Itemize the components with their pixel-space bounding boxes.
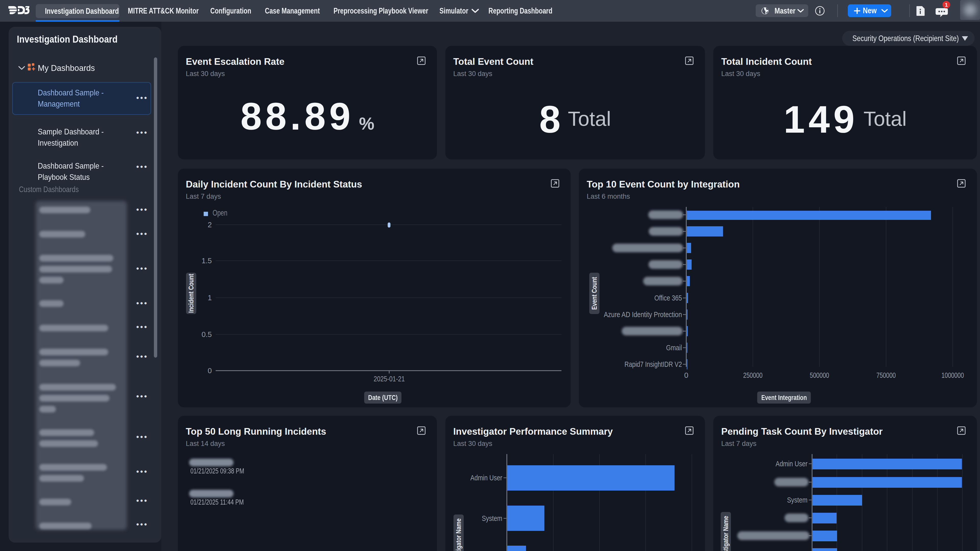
- svg-text:1000000: 1000000: [942, 371, 964, 380]
- svg-text:Azure AD Identity Protection: Azure AD Identity Protection: [604, 310, 682, 319]
- svg-text:System: System: [482, 514, 502, 522]
- svg-text:500000: 500000: [810, 371, 829, 380]
- svg-text:Admin User: Admin User: [776, 459, 808, 468]
- svg-text:2025-01-21: 2025-01-21: [374, 375, 405, 383]
- svg-text:System: System: [787, 495, 808, 504]
- svg-text:0: 0: [208, 367, 212, 375]
- svg-text:Open: Open: [213, 208, 228, 218]
- svg-text:Admin User: Admin User: [470, 473, 502, 482]
- svg-text:Office 365: Office 365: [654, 294, 682, 302]
- svg-text:1.5: 1.5: [202, 257, 212, 265]
- svg-text:0: 0: [684, 371, 688, 380]
- svg-text:250000: 250000: [743, 371, 762, 380]
- svg-text:Gmail: Gmail: [666, 343, 682, 352]
- svg-text:1: 1: [208, 294, 212, 302]
- svg-text:750000: 750000: [877, 371, 896, 380]
- svg-text:2: 2: [208, 221, 212, 229]
- svg-text:Rapid7 InsightIDR V2: Rapid7 InsightIDR V2: [625, 360, 682, 368]
- svg-text:0.5: 0.5: [202, 330, 212, 338]
